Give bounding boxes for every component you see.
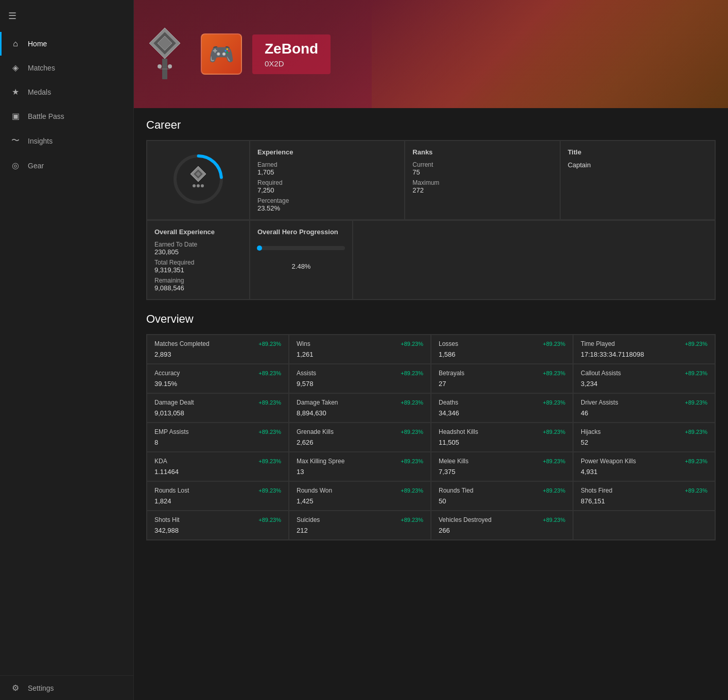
career-title-cell: Title Captain (560, 141, 715, 220)
home-icon: ⌂ (10, 39, 21, 48)
stat-cell: Suicides +89.23% 212 (289, 511, 431, 540)
overall-exp-header: Overall Experience (154, 228, 242, 236)
stat-change: +89.23% (258, 370, 281, 376)
stat-cell: Betrayals +89.23% 27 (431, 364, 573, 393)
stat-header: Rounds Won +89.23% (297, 487, 423, 494)
stat-change: +89.23% (401, 399, 423, 406)
player-name-block: ZeBond 0X2D (252, 34, 331, 74)
earned-to-date-label: Earned To Date (154, 241, 242, 248)
stat-cell: Losses +89.23% 1,586 (431, 335, 573, 364)
career-title: Career (146, 118, 716, 132)
stat-name: Driver Assists (581, 399, 618, 406)
stat-cell: Shots Hit +89.23% 342,988 (147, 511, 289, 540)
stat-value: 212 (297, 527, 423, 534)
hero-banner: 🎮 ZeBond 0X2D (134, 0, 728, 108)
ranks-header: Ranks (412, 148, 552, 156)
settings-item[interactable]: ⚙ Settings (10, 683, 123, 693)
stat-name: Losses (439, 340, 458, 347)
xp-ring-svg (170, 151, 227, 207)
stat-name: Time Played (581, 340, 615, 347)
career-experience-cell: Experience Earned 1,705 Required 7,250 P… (250, 141, 405, 220)
earned-label: Earned (257, 161, 397, 168)
stat-change: +89.23% (258, 429, 281, 435)
stat-change: +89.23% (543, 341, 565, 347)
stat-name: Rounds Lost (154, 487, 189, 494)
sidebar-item-matches[interactable]: ◈ Matches (0, 56, 133, 80)
player-name: ZeBond (265, 41, 318, 57)
stat-name: Shots Hit (154, 516, 180, 523)
insights-icon: 〜 (10, 135, 21, 146)
remaining-label: Remaining (154, 277, 242, 284)
stat-change: +89.23% (401, 341, 423, 347)
sidebar-nav: ⌂ Home ◈ Matches ★ Medals ▣ Battle Pass … (0, 32, 133, 675)
stat-cell: Max Killing Spree +89.23% 13 (289, 452, 431, 481)
stat-change: +89.23% (543, 517, 565, 523)
stat-change: +89.23% (543, 429, 565, 435)
sidebar-item-insights[interactable]: 〜 Insights (0, 128, 133, 153)
stat-value: 876,151 (581, 497, 707, 505)
sidebar-bottom: ⚙ Settings (0, 675, 133, 700)
stat-header: Accuracy +89.23% (154, 370, 281, 377)
stat-header: Melee Kills +89.23% (439, 458, 565, 465)
stat-header: Damage Taken +89.23% (297, 399, 423, 406)
player-tag: 0X2D (265, 59, 318, 68)
stat-cell: Deaths +89.23% 34,346 (431, 393, 573, 423)
stat-change: +89.23% (543, 399, 565, 406)
stat-value: 27 (439, 380, 565, 388)
stat-change: +89.23% (401, 429, 423, 435)
overview-title: Overview (146, 312, 716, 326)
stat-value: 7,375 (439, 468, 565, 476)
stat-cell: Shots Fired +89.23% 876,151 (573, 481, 715, 511)
stat-header: Shots Fired +89.23% (581, 487, 707, 494)
stat-change: +89.23% (543, 370, 565, 376)
stat-header: Losses +89.23% (439, 340, 565, 347)
medals-icon: ★ (10, 87, 21, 97)
stat-change: +89.23% (258, 458, 281, 464)
hamburger-button[interactable]: ☰ (0, 5, 133, 32)
overall-experience-cell: Overall Experience Earned To Date 230,80… (147, 220, 250, 300)
stat-change: +89.23% (685, 370, 707, 376)
hero-decorative (372, 0, 728, 108)
stat-change: +89.23% (401, 517, 423, 523)
stat-value: 1,586 (439, 351, 565, 358)
stat-name: Callout Assists (581, 370, 621, 377)
sidebar-item-medals[interactable]: ★ Medals (0, 80, 133, 104)
stat-change: +89.23% (543, 458, 565, 464)
stat-header: Callout Assists +89.23% (581, 370, 707, 377)
stat-value: 8 (154, 439, 281, 446)
stat-cell (573, 511, 715, 540)
sidebar-item-gear[interactable]: ◎ Gear (0, 153, 133, 178)
sidebar-item-label-matches: Matches (28, 64, 55, 72)
sidebar-item-label-gear: Gear (28, 162, 44, 170)
stat-change: +89.23% (401, 370, 423, 376)
sidebar-item-battle-pass[interactable]: ▣ Battle Pass (0, 104, 133, 128)
stat-name: Suicides (297, 516, 320, 523)
stat-value: 13 (297, 468, 423, 476)
stat-name: Grenade Kills (297, 428, 334, 435)
stat-name: Accuracy (154, 370, 180, 377)
stats-grid: Matches Completed +89.23% 2,893 Wins +89… (146, 334, 716, 540)
maximum-rank-value: 272 (412, 186, 552, 194)
stat-name: Rounds Tied (439, 487, 473, 494)
stat-value: 9,013,058 (154, 409, 281, 417)
stat-header: EMP Assists +89.23% (154, 428, 281, 435)
stat-name: Shots Fired (581, 487, 612, 494)
total-required-value: 9,319,351 (154, 266, 242, 274)
sidebar-item-home[interactable]: ⌂ Home (0, 32, 133, 56)
stat-change: +89.23% (258, 399, 281, 406)
stat-name: Damage Dealt (154, 399, 194, 406)
current-rank-label: Current (412, 161, 552, 168)
stat-header: Driver Assists +89.23% (581, 399, 707, 406)
stat-header: Headshot Kills +89.23% (439, 428, 565, 435)
remaining-value: 9,088,546 (154, 284, 242, 292)
stat-value: 39.15% (154, 380, 281, 388)
hero-progression-header: Overall Hero Progression (257, 228, 345, 236)
stat-value: 8,894,630 (297, 409, 423, 417)
stat-value: 2,626 (297, 439, 423, 446)
overall-empty-cell (353, 220, 715, 300)
stat-change: +89.23% (685, 429, 707, 435)
stat-cell: Hijacks +89.23% 52 (573, 423, 715, 452)
stat-name: Wins (297, 340, 310, 347)
settings-label: Settings (28, 684, 54, 692)
stat-cell: Melee Kills +89.23% 7,375 (431, 452, 573, 481)
